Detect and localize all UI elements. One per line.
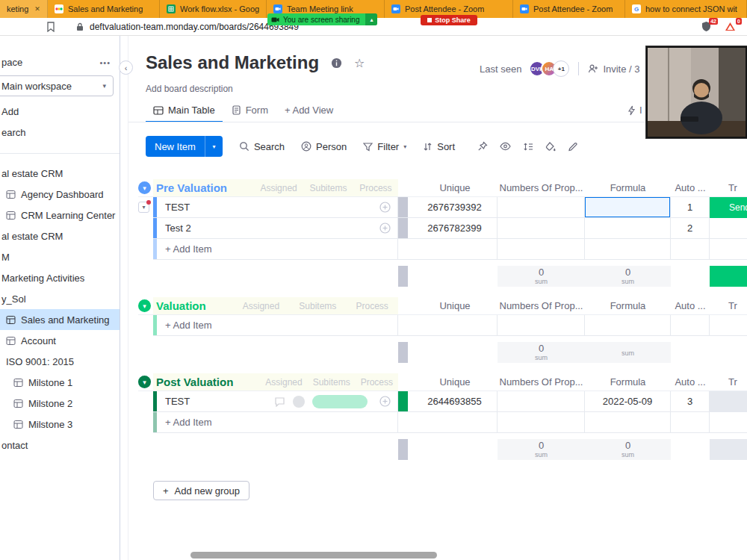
sidebar-item-account[interactable]: Account bbox=[0, 330, 120, 351]
workspace-menu-icon[interactable]: ••• bbox=[99, 58, 111, 67]
sidebar-item-m[interactable]: M bbox=[0, 246, 120, 267]
favorite-star-icon[interactable]: ☆ bbox=[354, 56, 365, 70]
transfer-cell[interactable] bbox=[710, 391, 747, 412]
chevron-down-icon[interactable]: ▾ bbox=[403, 143, 406, 150]
add-item-label[interactable]: + Add Item bbox=[165, 243, 212, 255]
add-subitem-icon[interactable] bbox=[379, 223, 391, 234]
filter-button[interactable]: Filter ▾ bbox=[363, 141, 406, 152]
column-header-transfer[interactable]: Tr bbox=[710, 376, 747, 388]
column-header-auto[interactable]: Auto ... bbox=[671, 376, 710, 388]
column-header-formula[interactable]: Formula bbox=[585, 300, 671, 311]
group-title[interactable]: Pre Valuation bbox=[156, 181, 227, 194]
pin-icon[interactable] bbox=[477, 141, 488, 152]
tab-main-table[interactable]: Main Table bbox=[146, 101, 223, 122]
add-new-group-button[interactable]: + Add new group bbox=[153, 481, 249, 500]
formula-cell-selected[interactable] bbox=[585, 197, 671, 218]
item-name[interactable]: TEST bbox=[165, 396, 190, 407]
bookmark-icon[interactable] bbox=[46, 22, 55, 32]
column-header-numbers[interactable]: Numbers Of Prop... bbox=[498, 182, 585, 193]
add-item-row[interactable]: + Add Item bbox=[138, 315, 747, 336]
add-item-label[interactable]: + Add Item bbox=[165, 417, 212, 428]
column-header-unique[interactable]: Unique bbox=[412, 182, 498, 193]
item-name-cell[interactable]: TEST bbox=[153, 197, 398, 218]
browser-tab-zoom-2[interactable]: Post Attendee - Zoom bbox=[513, 0, 625, 18]
info-icon[interactable] bbox=[331, 57, 342, 69]
tab-form[interactable]: Form bbox=[224, 101, 276, 122]
formula-cell[interactable] bbox=[585, 218, 671, 239]
group-collapse-icon[interactable]: ▾ bbox=[138, 181, 151, 194]
column-header-transfer[interactable]: Tr bbox=[710, 300, 747, 311]
horizontal-scrollbar[interactable] bbox=[190, 552, 437, 559]
column-header-unique[interactable]: Unique bbox=[412, 300, 498, 311]
column-header-unique[interactable]: Unique bbox=[412, 376, 498, 388]
column-header-numbers[interactable]: Numbers Of Prop... bbox=[498, 376, 585, 388]
eye-icon[interactable] bbox=[500, 141, 511, 152]
item-name-cell[interactable]: TEST bbox=[153, 391, 398, 412]
auto-number-cell[interactable]: 1 bbox=[671, 197, 710, 218]
chevron-down-icon[interactable]: ▾ bbox=[205, 136, 223, 157]
item-height-icon[interactable] bbox=[523, 141, 533, 152]
group-collapse-icon[interactable]: ▾ bbox=[138, 376, 151, 388]
auto-number-cell[interactable]: 2 bbox=[671, 218, 710, 239]
shield-extension-icon[interactable]: 42 bbox=[699, 21, 713, 33]
sidebar-item-marketing-activities[interactable]: Marketing Activities bbox=[0, 267, 120, 288]
stop-share-button[interactable]: Stop Share bbox=[421, 15, 477, 25]
sidebar-item-milstone-1[interactable]: Milstone 1 bbox=[0, 372, 120, 393]
triangle-extension-icon[interactable]: 0 bbox=[723, 21, 737, 33]
automations-button[interactable]: I bbox=[627, 105, 642, 116]
add-subitem-icon[interactable] bbox=[379, 202, 391, 213]
add-subitem-icon[interactable] bbox=[379, 396, 391, 407]
close-icon[interactable]: ✕ bbox=[34, 5, 40, 13]
unique-cell[interactable]: 2676782399 bbox=[412, 218, 498, 239]
group-title[interactable]: Valuation bbox=[156, 299, 206, 312]
add-item-row[interactable]: + Add Item bbox=[138, 412, 747, 433]
add-item-row[interactable]: + Add Item bbox=[138, 239, 747, 260]
new-item-button[interactable]: New Item ▾ bbox=[146, 136, 223, 157]
workspace-selector[interactable]: Main workspace ▾ bbox=[0, 75, 114, 96]
search-button[interactable]: Search bbox=[239, 141, 285, 152]
group-collapse-icon[interactable]: ▾ bbox=[138, 299, 151, 312]
browser-tab-monday[interactable]: Sales and Marketing bbox=[48, 0, 160, 18]
sidebar-search-button[interactable]: earch bbox=[0, 122, 120, 143]
avatar-stack[interactable]: DVH HA +1 bbox=[529, 60, 569, 77]
color-bucket-icon[interactable] bbox=[545, 141, 556, 152]
board-description[interactable]: Add board description bbox=[146, 84, 233, 94]
sidebar-add-button[interactable]: Add bbox=[0, 101, 120, 122]
column-header-transfer[interactable]: Tr bbox=[710, 182, 747, 193]
sidebar-collapse-button[interactable]: ‹ bbox=[119, 60, 133, 75]
sidebar-item-sales-and-marketing[interactable]: Sales and Marketing bbox=[0, 309, 120, 330]
sidebar-item-milstone-2[interactable]: Milstone 2 bbox=[0, 393, 120, 414]
numbers-cell[interactable] bbox=[498, 391, 585, 412]
sidebar-item-real-estate-crm-2[interactable]: al estate CRM bbox=[0, 225, 120, 246]
sidebar-item-milstone-3[interactable]: Milstone 3 bbox=[0, 414, 120, 435]
row-expander-icon[interactable]: ▾ bbox=[138, 202, 149, 213]
sidebar-item-real-estate-crm-1[interactable]: al estate CRM bbox=[0, 163, 120, 184]
browser-tab-active[interactable]: keting ✕ bbox=[0, 0, 48, 18]
page-title[interactable]: Sales and Marketing bbox=[146, 52, 319, 73]
webcam-video-overlay[interactable] bbox=[646, 46, 747, 138]
numbers-cell[interactable] bbox=[498, 218, 585, 239]
send-button-cell[interactable]: Send bbox=[710, 197, 747, 218]
edit-pen-icon[interactable] bbox=[568, 141, 577, 152]
formula-cell[interactable]: 2022-05-09 bbox=[585, 391, 671, 412]
group-title[interactable]: Post Valuation bbox=[156, 376, 233, 388]
new-item-label[interactable]: New Item bbox=[146, 136, 205, 157]
column-header-formula[interactable]: Formula bbox=[585, 376, 671, 388]
column-header-auto[interactable]: Auto ... bbox=[671, 300, 710, 311]
numbers-cell[interactable] bbox=[498, 197, 585, 218]
lock-icon[interactable] bbox=[76, 22, 84, 31]
sidebar-item-y-sol[interactable]: y_Sol bbox=[0, 288, 120, 309]
sidebar-item-agency-dashboard[interactable]: Agency Dashboard bbox=[0, 184, 120, 205]
column-header-numbers[interactable]: Numbers Of Prop... bbox=[498, 300, 585, 311]
person-filter-button[interactable]: Person bbox=[301, 141, 347, 152]
sidebar-item-crm-learning-center[interactable]: CRM Learning Center bbox=[0, 205, 120, 225]
sidebar-item-contact[interactable]: ontact bbox=[0, 435, 120, 455]
item-name-cell[interactable]: Test 2 bbox=[153, 218, 398, 239]
item-name[interactable]: TEST bbox=[165, 202, 190, 213]
sort-button[interactable]: Sort bbox=[423, 141, 455, 152]
share-banner-chevron-icon[interactable]: ▴ bbox=[365, 13, 377, 25]
transfer-cell[interactable] bbox=[710, 218, 747, 239]
unique-cell[interactable]: 2644693855 bbox=[412, 391, 498, 412]
auto-number-cell[interactable]: 3 bbox=[671, 391, 710, 412]
invite-button[interactable]: Invite / 3 bbox=[588, 63, 639, 75]
